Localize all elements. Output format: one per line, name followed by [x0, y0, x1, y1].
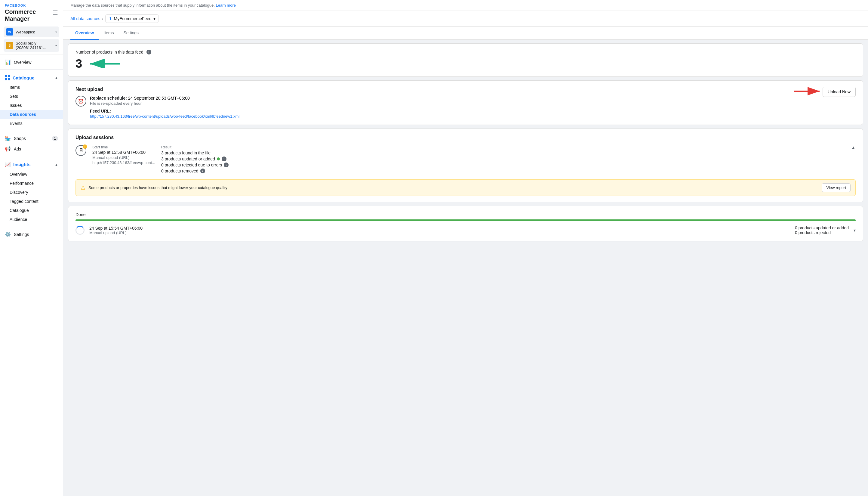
divider-1	[0, 69, 63, 69]
result3-info-icon[interactable]: ℹ	[224, 162, 229, 167]
result-column: Result 3 products found in the file 3 pr…	[161, 145, 845, 174]
facebook-logo: FACEBOOK	[5, 4, 53, 7]
main-content: Manage the data sources that supply info…	[63, 0, 868, 496]
settings-icon: ⚙️	[5, 231, 11, 237]
top-info-bar: Manage the data sources that supply info…	[63, 0, 868, 11]
upload-now-button[interactable]: Upload Now	[823, 87, 856, 97]
insights-icon: 📈	[5, 161, 11, 167]
clock-icon: ⏰	[76, 96, 86, 107]
sidebar-item-audience[interactable]: Audience	[0, 215, 63, 224]
content-area: Number of products in this data feed: ℹ …	[63, 43, 868, 242]
feed-chevron: ▾	[154, 16, 156, 21]
done-info: 24 Sep at 15:54 GMT+06:00 Manual upload …	[89, 226, 790, 235]
next-upload-title: Next upload	[76, 87, 239, 92]
products-count-value: 3	[76, 57, 856, 71]
catalogue-section-header[interactable]: Catalogue ▲	[0, 73, 63, 83]
account2-chevron: ▾	[55, 44, 57, 47]
sidebar-item-shops[interactable]: 🏪 Shops 1	[0, 133, 63, 143]
warning-triangle-icon: ⚠	[81, 185, 85, 191]
sidebar-item-items[interactable]: Items	[0, 83, 63, 92]
done-type: Manual upload (URL)	[89, 231, 790, 235]
insights-expand-icon: ▲	[55, 163, 58, 167]
tab-overview[interactable]: Overview	[70, 27, 99, 40]
session-icon: 🗄 !	[76, 145, 86, 156]
tab-settings[interactable]: Settings	[119, 27, 144, 40]
divider-3	[0, 156, 63, 156]
schedule-label: Replace schedule:	[90, 96, 127, 100]
products-count-label: Number of products in this data feed: ℹ	[76, 50, 856, 55]
view-report-button[interactable]: View report	[822, 183, 851, 192]
result-item-2: 3 products updated or added ℹ	[161, 156, 845, 161]
breadcrumb: All data sources › ⬆ MyEcommerceFeed ▾	[63, 11, 868, 27]
sidebar-item-catalogue[interactable]: Catalogue	[0, 206, 63, 215]
account2-icon: S	[6, 42, 13, 49]
ads-icon: 📢	[5, 146, 11, 152]
sidebar-settings-label: Settings	[14, 232, 29, 237]
insights-section: 📈 Insights ▲ Overview Performance Discov…	[0, 158, 63, 225]
overview-icon: 📊	[5, 59, 11, 65]
feed-url-value[interactable]: http://157.230.43.163/free/wp-content/up…	[90, 114, 239, 119]
upload-now-area: Upload Now	[823, 87, 856, 97]
sidebar-navigation: 📊 Overview Catalogue ▲ Items Sets Issues…	[0, 55, 63, 242]
products-count-info-icon[interactable]: ℹ	[146, 50, 151, 55]
upload-sessions-section: Upload sessions 🗄 ! Start time 24 Sep at…	[68, 128, 863, 202]
red-arrow-annotation	[794, 87, 824, 99]
sidebar-item-data-sources[interactable]: Data sources	[0, 110, 63, 119]
sidebar-item-discovery[interactable]: Discovery	[0, 188, 63, 197]
schedule-info: Replace schedule: 24 September 20:53 GMT…	[90, 96, 239, 119]
session-row-1: 🗄 ! Start time 24 Sep at 15:58 GMT+06:00…	[76, 145, 856, 174]
sidebar-item-performance[interactable]: Performance	[0, 179, 63, 188]
account-section: W Webappick ▾ S SocialReply (20806124116…	[0, 24, 63, 55]
feed-selector[interactable]: ⬆ MyEcommerceFeed ▾	[105, 14, 159, 23]
insights-label: Insights	[13, 162, 31, 167]
sidebar-item-events[interactable]: Events	[0, 119, 63, 128]
sidebar-item-settings[interactable]: ⚙️ Settings	[0, 229, 63, 239]
result2-info-icon[interactable]: ℹ	[222, 156, 226, 161]
sidebar-item-overview[interactable]: 📊 Overview	[0, 57, 63, 67]
collapse-icon[interactable]: ▲	[851, 145, 856, 151]
catalogue-section: Catalogue ▲ Items Sets Issues Data sourc…	[0, 71, 63, 129]
green-arrow-annotation	[87, 59, 123, 68]
sidebar-item-ads[interactable]: 📢 Ads	[0, 143, 63, 154]
done-expand-icon[interactable]: ▾	[854, 228, 856, 233]
sidebar-item-sets[interactable]: Sets	[0, 92, 63, 101]
warning-badge-icon: !	[83, 144, 87, 149]
shops-badge: 1	[52, 136, 58, 141]
feed-url-label: Feed URL:	[90, 109, 239, 113]
start-time-label: Start time	[92, 145, 155, 149]
sidebar-item-insights-overview[interactable]: Overview	[0, 170, 63, 179]
sidebar-item-overview-label: Overview	[14, 60, 31, 65]
warning-text: Some products or properties have issues …	[89, 185, 819, 190]
sidebar-item-issues[interactable]: Issues	[0, 101, 63, 110]
sidebar-item-tagged-content[interactable]: Tagged content	[0, 197, 63, 206]
upload-icon: ⬆	[109, 16, 112, 21]
shops-icon: 🏪	[5, 136, 11, 141]
breadcrumb-all-sources[interactable]: All data sources	[70, 16, 100, 21]
done-result-1: 0 products updated or added	[795, 226, 849, 230]
session-time-column: Start time 24 Sep at 15:58 GMT+06:00 Man…	[92, 145, 155, 165]
sidebar: FACEBOOK Commerce Manager ☰ W Webappick …	[0, 0, 63, 496]
done-session-section: Done 24 Sep at 15:54 GMT+06:00 Manual up…	[68, 206, 863, 242]
progress-bar	[76, 219, 856, 221]
account2-selector[interactable]: S SocialReply (208061241161... ▾	[4, 39, 59, 52]
top-info-text: Manage the data sources that supply info…	[70, 3, 215, 7]
insights-section-header[interactable]: 📈 Insights ▲	[0, 159, 63, 170]
schedule-sub: File is re-uploaded every hour	[90, 101, 239, 106]
next-upload-section: Next upload ⏰ Replace schedule: 24 Septe…	[68, 80, 863, 125]
result-item-1: 3 products found in the file	[161, 151, 845, 155]
result4-info-icon[interactable]: ℹ	[200, 169, 205, 173]
session-url: http://157.230.43.163/free/wp-cont...	[92, 160, 155, 165]
start-time-value: 24 Sep at 15:58 GMT+06:00	[92, 150, 155, 155]
account1-icon: W	[6, 28, 13, 35]
schedule-text: Replace schedule: 24 September 20:53 GMT…	[90, 96, 239, 100]
done-results: 0 products updated or added 0 products r…	[795, 226, 849, 235]
session-type: Manual upload (URL)	[92, 155, 155, 160]
next-upload-header: Next upload ⏰ Replace schedule: 24 Septe…	[76, 87, 856, 119]
learn-more-link[interactable]: Learn more	[216, 3, 236, 7]
hamburger-icon[interactable]: ☰	[53, 9, 58, 17]
result-label: Result	[161, 145, 845, 149]
warning-bar: ⚠ Some products or properties have issue…	[76, 180, 856, 196]
green-status-dot	[217, 157, 220, 160]
tab-items[interactable]: Items	[99, 27, 118, 40]
account1-selector[interactable]: W Webappick ▾	[4, 27, 59, 37]
